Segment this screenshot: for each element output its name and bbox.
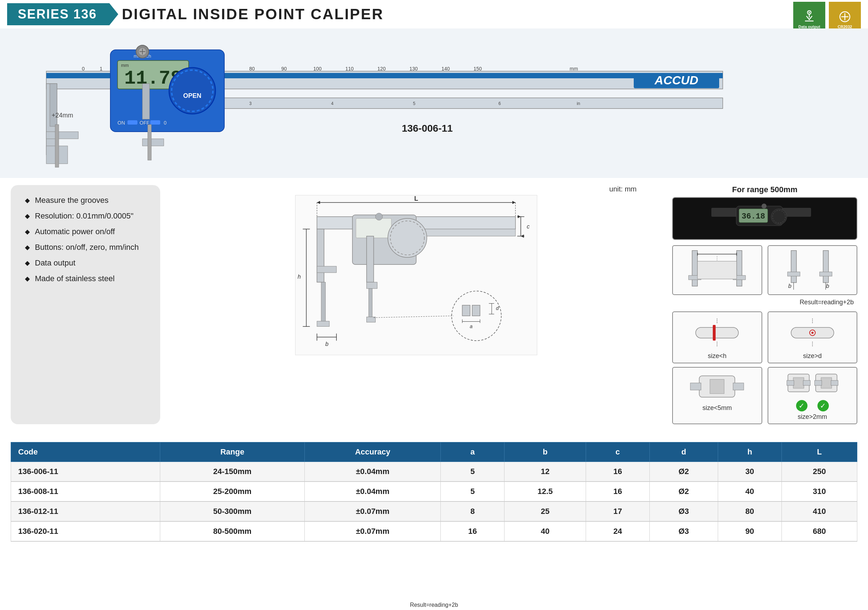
row4-accuracy: ±0.07mm bbox=[305, 522, 441, 541]
bullet-2: ◆ bbox=[25, 212, 30, 220]
size-lt-h-label: size<h bbox=[708, 352, 727, 360]
row4-c: 24 bbox=[586, 522, 650, 541]
row3-b: 25 bbox=[504, 502, 586, 522]
table-row: 136-008-11 25-200mm ±0.04mm 5 12.5 16 Ø2… bbox=[11, 481, 857, 502]
feature-6: ◆ Made of stainless steel bbox=[25, 274, 146, 283]
svg-point-1 bbox=[809, 12, 810, 13]
svg-rect-46 bbox=[150, 120, 160, 125]
svg-point-64 bbox=[388, 218, 427, 258]
header: SERIES 136 DIGITAL INSIDE POINT CALIPER … bbox=[0, 0, 868, 28]
svg-rect-71 bbox=[317, 229, 324, 282]
size-gt-d-label: size>d bbox=[803, 352, 822, 360]
row2-a: 5 bbox=[441, 481, 504, 502]
row2-d: Ø2 bbox=[649, 481, 718, 502]
size-row-1: size<h size>d bbox=[672, 311, 857, 363]
svg-rect-75 bbox=[367, 236, 374, 282]
svg-text:100: 100 bbox=[313, 66, 322, 71]
caliper-diagram: ACCUD 0 1 80 90 100 110 120 130 140 150 … bbox=[0, 28, 868, 178]
feature-text-5: Data output bbox=[35, 259, 76, 268]
row2-h: 40 bbox=[718, 481, 781, 502]
svg-rect-136 bbox=[710, 379, 724, 393]
col-header-c: c bbox=[586, 442, 650, 462]
svg-text:80: 80 bbox=[249, 66, 255, 71]
size-gt-2mm-svg-2 bbox=[814, 370, 839, 397]
size-gt-2mm-box: ✓ ✓ size>2mm bbox=[767, 367, 858, 424]
row3-l: 410 bbox=[781, 502, 857, 522]
row1-d: Ø2 bbox=[649, 462, 718, 482]
bullet-5: ◆ bbox=[25, 259, 30, 267]
row4-h: 90 bbox=[718, 522, 781, 541]
cr2032-icon bbox=[838, 10, 852, 23]
row1-range: 24-150mm bbox=[160, 462, 305, 482]
svg-rect-73 bbox=[321, 282, 326, 321]
specifications-table: Code Range Accuracy a b c d h L 136-006-… bbox=[11, 442, 857, 542]
svg-rect-111 bbox=[698, 261, 736, 279]
svg-rect-135 bbox=[733, 383, 744, 390]
svg-rect-76 bbox=[367, 282, 377, 289]
svg-point-40 bbox=[169, 68, 215, 114]
col-header-h: h bbox=[718, 442, 781, 462]
svg-rect-31 bbox=[50, 84, 57, 126]
feature-text-4: Buttons: on/off, zero, mm/inch bbox=[35, 243, 139, 252]
svg-text:c: c bbox=[527, 223, 530, 229]
main-content: ◆ Measure the grooves ◆ Resolution: 0.01… bbox=[0, 178, 868, 431]
svg-text:ON: ON bbox=[118, 120, 125, 125]
row3-a: 8 bbox=[441, 502, 504, 522]
size-row-2: size<5mm bbox=[672, 367, 857, 424]
row2-b: 12.5 bbox=[504, 481, 586, 502]
svg-text:140: 140 bbox=[442, 66, 450, 71]
svg-text:OPEN: OPEN bbox=[183, 92, 201, 99]
feature-text-2: Resolution: 0.01mm/0.0005" bbox=[35, 211, 133, 221]
svg-rect-72 bbox=[317, 266, 336, 272]
row3-d: Ø3 bbox=[649, 502, 718, 522]
svg-point-130 bbox=[811, 332, 814, 334]
row2-range: 25-200mm bbox=[160, 481, 305, 502]
feature-3: ◆ Automatic power on/off bbox=[25, 227, 146, 236]
svg-text:1: 1 bbox=[100, 66, 102, 71]
right-column: For range 500mm 36.18 bbox=[672, 185, 857, 424]
col-header-a: a bbox=[441, 442, 504, 462]
bottom-diagrams: size<h size>d bbox=[672, 311, 857, 424]
size-gt-2mm-checks bbox=[786, 370, 839, 397]
svg-rect-10 bbox=[143, 98, 723, 108]
table-row: 136-006-11 24-150mm ±0.04mm 5 12 16 Ø2 3… bbox=[11, 462, 857, 482]
range-section: For range 500mm 36.18 bbox=[672, 185, 857, 240]
col-header-d: d bbox=[649, 442, 718, 462]
table-row: 136-020-11 80-500mm ±0.07mm 16 40 24 Ø3 … bbox=[11, 522, 857, 541]
svg-rect-119 bbox=[820, 272, 832, 276]
measurement-diagrams: b b Result=reading+2b bbox=[672, 245, 857, 295]
col-header-code: Code bbox=[11, 442, 160, 462]
row4-a: 16 bbox=[441, 522, 504, 541]
svg-point-104 bbox=[771, 209, 787, 224]
row3-h: 80 bbox=[718, 502, 781, 522]
svg-text:110: 110 bbox=[346, 66, 354, 71]
svg-text:a: a bbox=[470, 324, 473, 329]
svg-rect-30 bbox=[46, 132, 78, 139]
row1-b: 12 bbox=[504, 462, 586, 482]
svg-rect-63 bbox=[356, 218, 392, 238]
svg-rect-138 bbox=[793, 378, 804, 388]
row3-range: 50-300mm bbox=[160, 502, 305, 522]
col-header-b: b bbox=[504, 442, 586, 462]
groove-diagram-2: b b Result=reading+2b bbox=[767, 245, 858, 295]
feature-2: ◆ Resolution: 0.01mm/0.0005" bbox=[25, 211, 146, 221]
size-gt-d-box: size>d bbox=[767, 311, 858, 363]
page-title: DIGITAL INSIDE POINT CALIPER bbox=[122, 6, 384, 23]
bullet-6: ◆ bbox=[25, 275, 30, 283]
technical-drawing: L c bbox=[295, 195, 537, 355]
svg-text:4: 4 bbox=[331, 101, 333, 106]
check-icon-2: ✓ bbox=[817, 400, 829, 412]
caliper-image-area: ACCUD 0 1 80 90 100 110 120 130 140 150 … bbox=[0, 28, 868, 178]
size-lt-h-box: size<h bbox=[672, 311, 762, 363]
svg-rect-134 bbox=[690, 383, 701, 390]
feature-1: ◆ Measure the grooves bbox=[25, 196, 146, 205]
svg-text:136-006-11: 136-006-11 bbox=[401, 123, 453, 134]
svg-text:0: 0 bbox=[82, 66, 85, 71]
size-lt-5mm-box: size<5mm bbox=[672, 367, 762, 424]
svg-rect-125 bbox=[713, 325, 716, 341]
svg-text:L: L bbox=[414, 195, 418, 202]
row4-range: 80-500mm bbox=[160, 522, 305, 541]
svg-rect-52 bbox=[143, 84, 150, 119]
bullet-3: ◆ bbox=[25, 228, 30, 235]
feature-4: ◆ Buttons: on/off, zero, mm/inch bbox=[25, 243, 146, 252]
